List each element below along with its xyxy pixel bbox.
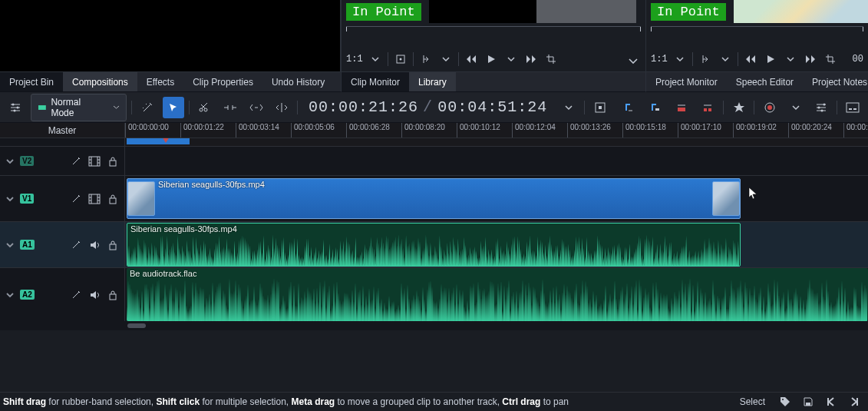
crop-icon[interactable] <box>543 51 559 67</box>
save-icon[interactable] <box>797 391 819 411</box>
timeline-scrollbar[interactable] <box>0 321 868 330</box>
effects-icon[interactable] <box>69 154 83 168</box>
prev-icon[interactable] <box>820 391 842 411</box>
set-in-icon[interactable] <box>418 51 434 67</box>
chevron-down-icon[interactable] <box>5 156 15 167</box>
next-icon[interactable] <box>843 391 865 411</box>
play-icon[interactable] <box>763 51 778 67</box>
audio-clip[interactable]: Siberian seagulls-30fps.mp4 <box>127 223 741 267</box>
chevron-down-icon[interactable] <box>718 51 733 67</box>
track-header-a1[interactable]: A1 <box>0 222 125 267</box>
zone-in-icon[interactable] <box>619 97 640 118</box>
chevron-down-icon[interactable] <box>785 97 807 118</box>
lock-icon[interactable] <box>106 192 120 206</box>
mix-icon[interactable] <box>589 97 611 118</box>
expand-icon[interactable] <box>625 51 641 67</box>
tab-project-bin[interactable]: Project Bin <box>0 72 63 91</box>
effects-icon[interactable] <box>69 192 83 206</box>
svg-rect-27 <box>806 403 810 406</box>
timeline-timecode[interactable]: 00:00:21:26/00:04:51:24 <box>302 98 553 116</box>
video-clip[interactable]: Siberian seagulls-30fps.mp4 <box>127 178 741 219</box>
chevron-down-icon[interactable] <box>368 51 383 67</box>
chevron-down-icon[interactable] <box>503 51 519 67</box>
play-icon[interactable] <box>484 51 499 67</box>
chevron-down-icon[interactable] <box>672 51 688 67</box>
track-header-v2[interactable]: V2 <box>0 147 125 175</box>
effects-icon[interactable] <box>69 238 83 252</box>
audio-clip[interactable]: Be audiotrack.flac <box>127 268 868 321</box>
subtitle-icon[interactable] <box>842 97 863 118</box>
track-body-v1[interactable]: Siberian seagulls-30fps.mp4 <box>125 176 868 221</box>
tab-speech-editor[interactable]: Speech Editor <box>727 72 803 91</box>
tag-icon[interactable] <box>774 391 796 411</box>
lock-icon[interactable] <box>106 288 120 302</box>
set-in-icon[interactable] <box>698 51 713 67</box>
tab-library[interactable]: Library <box>409 72 456 91</box>
monitor-ratio[interactable]: 1:1 <box>651 54 668 65</box>
track-header-v1[interactable]: V1 <box>0 176 125 221</box>
track-body-v2[interactable] <box>125 147 868 175</box>
ripple-icon[interactable] <box>246 97 267 118</box>
svg-point-18 <box>821 109 823 111</box>
tab-compositions[interactable]: Compositions <box>63 72 137 91</box>
monitor-time-ruler[interactable] <box>346 26 641 40</box>
tab-clip-properties[interactable]: Clip Properties <box>183 72 262 91</box>
svg-rect-24 <box>110 244 116 250</box>
tab-clip-monitor[interactable]: Clip Monitor <box>342 72 409 91</box>
options-icon[interactable] <box>811 97 833 118</box>
extract-icon[interactable] <box>697 97 718 118</box>
tab-effects[interactable]: Effects <box>137 72 183 91</box>
play-zone[interactable] <box>127 138 190 144</box>
track-tag[interactable]: A2 <box>20 290 35 300</box>
status-mode: Select <box>740 396 773 407</box>
tab-project-monitor[interactable]: Project Monitor <box>646 72 727 91</box>
spacer-icon[interactable] <box>219 97 241 118</box>
ruler-tick: 00:00:20:24 <box>788 123 832 138</box>
track-body-a2[interactable]: Be audiotrack.flac <box>125 268 868 321</box>
track-header-a2[interactable]: A2 <box>0 268 125 321</box>
mute-icon[interactable] <box>87 238 101 252</box>
lock-icon[interactable] <box>106 238 120 252</box>
svg-rect-9 <box>599 106 602 109</box>
chevron-down-icon[interactable] <box>783 51 798 67</box>
chevron-down-icon[interactable] <box>5 290 15 300</box>
monitor-time-ruler[interactable] <box>651 26 863 40</box>
svg-point-16 <box>823 103 826 105</box>
track-tag[interactable]: A1 <box>20 240 35 250</box>
razor-icon[interactable] <box>194 97 216 118</box>
film-icon[interactable] <box>87 192 101 206</box>
chevron-down-icon[interactable] <box>438 51 454 67</box>
record-icon[interactable] <box>759 97 781 118</box>
track-body-a1[interactable]: Siberian seagulls-30fps.mp4 <box>125 222 868 267</box>
film-icon[interactable] <box>87 154 101 168</box>
edit-mode-combo[interactable]: Normal Mode <box>31 94 127 121</box>
select-tool-icon[interactable] <box>163 97 184 118</box>
svg-rect-5 <box>38 105 46 110</box>
mute-icon[interactable] <box>87 288 101 302</box>
favorite-icon[interactable] <box>728 97 750 118</box>
track-tag[interactable]: V2 <box>20 156 34 166</box>
rewind-icon[interactable] <box>743 51 758 67</box>
forward-icon[interactable] <box>803 51 818 67</box>
effects-icon[interactable] <box>69 288 83 302</box>
timeline-ruler[interactable]: 00:00:00:0000:00:01:2200:00:03:1400:00:0… <box>125 123 868 138</box>
rewind-icon[interactable] <box>464 51 479 67</box>
chevron-down-icon[interactable] <box>558 97 579 118</box>
wand-icon[interactable] <box>137 97 158 118</box>
playhead-icon[interactable] <box>162 138 170 143</box>
crop-icon[interactable] <box>823 51 838 67</box>
monitor-ratio[interactable]: 1:1 <box>346 54 363 65</box>
settings-icon[interactable] <box>5 97 26 118</box>
forward-icon[interactable] <box>523 51 539 67</box>
tab-project-notes[interactable]: Project Notes <box>803 72 868 91</box>
slip-icon[interactable] <box>271 97 292 118</box>
chevron-down-icon[interactable] <box>5 240 15 250</box>
fit-zoom-icon[interactable] <box>393 51 408 67</box>
mouse-cursor-icon <box>748 187 757 201</box>
lock-icon[interactable] <box>106 154 120 168</box>
zone-in2-icon[interactable] <box>645 97 666 118</box>
overwrite-icon[interactable] <box>671 97 692 118</box>
chevron-down-icon[interactable] <box>5 194 15 204</box>
track-tag[interactable]: V1 <box>20 194 34 204</box>
tab-undo-history[interactable]: Undo History <box>262 72 334 91</box>
